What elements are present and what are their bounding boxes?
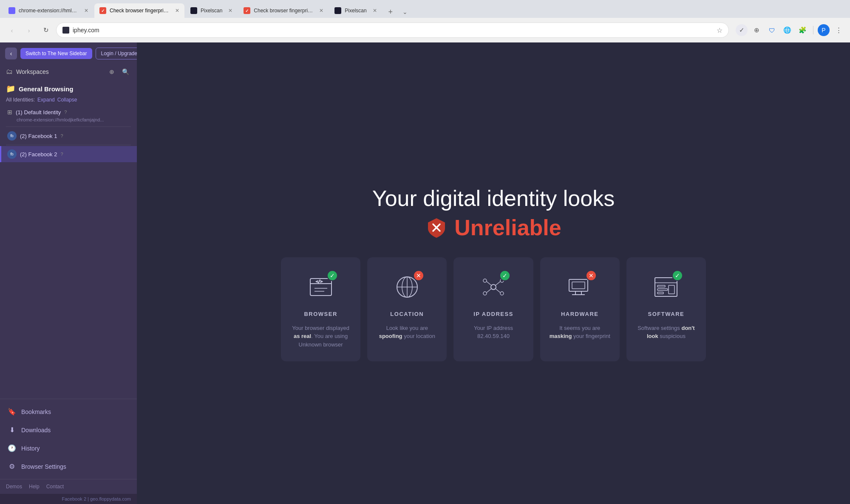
card-ip-title: IP ADDRESS [473, 311, 513, 317]
browser-chrome: chrome-extension://hmlod... ✕ ✓ Check br… [0, 0, 850, 42]
toolbar-icons: ✓ ⊕ 🛡 🌐 🧩 P ⋮ [736, 24, 845, 37]
identity-divider-1 [6, 127, 131, 127]
card-browser-desc: Your browser displayed as real. You are … [289, 324, 352, 349]
shield-toolbar-icon[interactable]: 🛡 [765, 24, 778, 37]
identity-header-fb2: fb (2) Facebook 2 ? [7, 149, 131, 159]
workspaces-row: 🗂 Workspaces ⊕ 🔍 [0, 63, 137, 81]
tab-ps1[interactable]: Pixelscan ✕ [185, 3, 238, 18]
login-upgrade-button[interactable]: Login / Upgrade [96, 48, 143, 59]
card-browser: </> ✓ BROWSER Your browser displayed as … [281, 257, 360, 362]
identity-header-fb1: fb (2) Facebook 1 ? [7, 131, 131, 141]
svg-line-16 [487, 282, 491, 285]
location-status-badge: ✕ [413, 270, 424, 281]
ip-status-badge: ✓ [499, 270, 510, 281]
svg-point-12 [483, 279, 487, 282]
headline: Your digital identity looks Unreliable [372, 185, 615, 240]
svg-text:</>: </> [316, 279, 323, 284]
hardware-status-badge: ✕ [586, 270, 597, 281]
expand-link[interactable]: Expand [37, 97, 55, 103]
sidebar-item-bookmarks[interactable]: 🔖 Bookmarks [0, 403, 137, 421]
identity-url-default: chrome-extension://hmlodjkefkcfamjajnd..… [7, 117, 131, 122]
identity-help-fb1: ? [60, 133, 63, 138]
card-ip: ✓ IP ADDRESS Your IP address 82.40.59.14… [453, 257, 533, 362]
search-workspace-button[interactable]: 🔍 [120, 66, 131, 77]
card-location-desc: Look like you are spoofing your location [376, 324, 438, 341]
browser-status-badge: ✓ [327, 270, 338, 281]
sidebar-item-history[interactable]: 🕐 History [0, 439, 137, 457]
tab-label-ps2: Pixelscan [345, 8, 366, 14]
extensions-icon[interactable]: ✓ [736, 24, 748, 36]
tab-fp1[interactable]: ✓ Check browser fingerprints ✕ [94, 3, 184, 18]
tab-close-fp2[interactable]: ✕ [317, 8, 323, 14]
sidebar-empty-space [0, 252, 137, 399]
sidebar-nav: 🔖 Bookmarks ⬇ Downloads 🕐 History ⚙ Brow… [0, 399, 137, 479]
switch-sidebar-button[interactable]: Switch to The New Sidebar [20, 48, 92, 59]
identity-item-facebook1[interactable]: fb (2) Facebook 1 ? [0, 128, 137, 144]
zoom-icon[interactable]: ⊕ [750, 24, 763, 37]
back-button[interactable]: ‹ [5, 23, 19, 37]
forward-button[interactable]: › [22, 23, 36, 37]
status-word: Unreliable [454, 215, 561, 240]
workspace-actions: ⊕ 🔍 [106, 66, 131, 77]
shield-svg [425, 217, 448, 239]
tab-label-fp2: Check browser fingerprints [254, 8, 313, 14]
sidebar-back-button[interactable]: ‹ [5, 48, 17, 59]
card-hardware: ✕ HARDWARE It seems you are masking your… [540, 257, 620, 362]
menu-icon[interactable]: ⋮ [832, 24, 845, 37]
tab-overflow-button[interactable]: ⌄ [399, 6, 411, 18]
demos-link[interactable]: Demos [6, 484, 22, 490]
tab-close-fp1[interactable]: ✕ [173, 8, 179, 14]
identity-list: ⊞ (1) Default Identity ? chrome-extensio… [0, 105, 137, 252]
identity-avatar-fb2: fb [7, 149, 17, 159]
profile-icon[interactable]: P [818, 24, 830, 36]
address-bar[interactable]: iphey.com ☆ [56, 23, 729, 38]
tab-ps2[interactable]: Pixelscan ✕ [329, 3, 382, 18]
address-text: iphey.com [73, 27, 713, 34]
tab-label-ext: chrome-extension://hmlod... [19, 8, 78, 14]
card-browser-icon-wrap: </> ✓ [304, 270, 338, 304]
svg-line-19 [496, 289, 500, 293]
contact-link[interactable]: Contact [46, 484, 64, 490]
toolbar-separator [813, 26, 813, 34]
svg-rect-29 [657, 292, 663, 294]
nav-bar: ‹ › ↻ iphey.com ☆ ✓ ⊕ 🛡 🌐 🧩 P ⋮ [0, 18, 850, 42]
shield-status-icon [425, 217, 448, 239]
sidebar-item-downloads[interactable]: ⬇ Downloads [0, 421, 137, 439]
workspace-name: 📁 General Browsing [6, 84, 131, 93]
bookmarks-icon: 🔖 [8, 408, 16, 416]
tab-favicon-fp2: ✓ [244, 7, 250, 14]
add-workspace-button[interactable]: ⊕ [106, 66, 117, 77]
card-software: ✓ SOFTWARE Software settings don't look … [626, 257, 706, 362]
card-software-title: SOFTWARE [648, 311, 685, 317]
sidebar-item-browser-settings[interactable]: ⚙ Browser Settings [0, 457, 137, 476]
new-tab-button[interactable]: + [385, 6, 397, 18]
identity-divider-2 [6, 145, 131, 145]
svg-rect-30 [669, 285, 674, 294]
identity-item-facebook2[interactable]: fb (2) Facebook 2 ? [0, 146, 137, 162]
help-link[interactable]: Help [29, 484, 40, 490]
tab-close-ext[interactable]: ✕ [82, 8, 88, 14]
collapse-link[interactable]: Collapse [57, 97, 77, 103]
tab-favicon-ps1 [190, 7, 197, 14]
tab-fp2[interactable]: ✓ Check browser fingerprints ✕ [238, 3, 329, 18]
reload-button[interactable]: ↻ [39, 23, 53, 37]
card-ip-desc: Your IP address 82.40.59.140 [462, 324, 524, 341]
svg-point-15 [500, 292, 504, 295]
identities-row: All Identities: Expand Collapse [0, 95, 137, 105]
svg-rect-21 [572, 282, 585, 289]
headline-line1: Your digital identity looks [372, 185, 615, 211]
tab-close-ps1[interactable]: ✕ [226, 8, 232, 14]
tab-label-fp1: Check browser fingerprints [110, 8, 169, 14]
globe-icon[interactable]: 🌐 [781, 24, 793, 37]
card-location: ✕ LOCATION Look like you are spoofing yo… [367, 257, 447, 362]
tab-close-ps2[interactable]: ✕ [370, 8, 377, 14]
card-browser-title: BROWSER [304, 311, 337, 317]
svg-point-14 [483, 292, 487, 295]
bookmark-star-icon[interactable]: ☆ [717, 26, 722, 34]
workspace-current-folder-icon: 📁 [6, 84, 15, 93]
identity-item-default[interactable]: ⊞ (1) Default Identity ? chrome-extensio… [0, 105, 137, 126]
puzzle-icon[interactable]: 🧩 [796, 24, 809, 37]
main-content: Your digital identity looks Unreliable [137, 42, 850, 504]
tab-ext[interactable]: chrome-extension://hmlod... ✕ [3, 3, 94, 18]
card-hardware-icon-wrap: ✕ [563, 270, 597, 304]
